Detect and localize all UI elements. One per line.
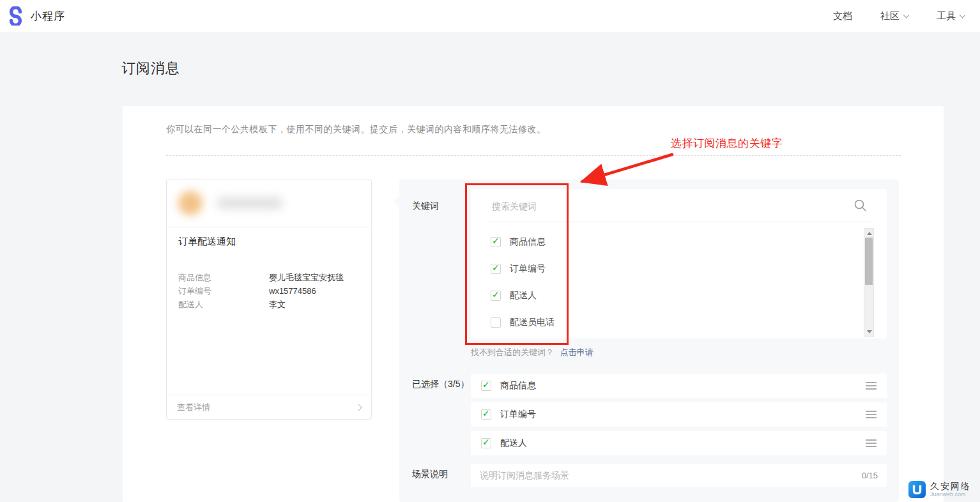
scroll-up-icon[interactable] [867, 232, 872, 235]
scene-input-box: 0/15 [471, 464, 887, 487]
keyword-option-label: 配送人 [510, 290, 537, 301]
checkbox[interactable] [491, 264, 501, 274]
keyword-option[interactable]: 配送员电话 [471, 309, 854, 336]
checkbox[interactable] [491, 291, 501, 301]
keyword-option[interactable]: 配送人 [471, 282, 854, 309]
nav-tools-label: 工具 [937, 10, 956, 22]
watermark-name: 久安网络 [930, 481, 971, 491]
keyword-option[interactable]: 商品信息 [471, 229, 854, 255]
dashed-divider [166, 155, 901, 156]
template-field-row: 订单编号 wx15774586 [178, 284, 362, 298]
scene-section-label: 场景说明 [412, 469, 448, 480]
field-value: wx15774586 [269, 284, 316, 298]
keyword-search-row [471, 189, 887, 222]
checkbox[interactable] [481, 381, 491, 391]
field-label: 订单编号 [178, 284, 269, 298]
blurred-avatar [178, 191, 203, 215]
keyword-section-label: 关键词 [412, 201, 439, 212]
panel-arrow-tail [394, 196, 399, 208]
template-title: 订单配送通知 [178, 236, 236, 248]
site-watermark: 久安网络 Juanweb.com [908, 481, 971, 498]
nav-item-community[interactable]: 社区 [880, 10, 908, 22]
template-card-header [167, 179, 371, 227]
checkbox[interactable] [491, 317, 501, 328]
template-preview-card: 订单配送通知 商品信息 婴儿毛毯宝宝安抚毯 订单编号 wx15774586 配送… [166, 179, 372, 420]
template-field-row: 配送人 李文 [178, 298, 362, 311]
keyword-option-label: 订单编号 [510, 263, 546, 275]
search-icon[interactable] [854, 199, 867, 212]
vertical-scrollbar[interactable] [864, 228, 874, 337]
search-underline [487, 222, 874, 222]
drag-handle-icon[interactable] [866, 414, 877, 415]
keyword-help-line: 找不到合适的关键词？ 点击申请 [471, 347, 593, 358]
scene-description-input[interactable] [480, 470, 862, 480]
watermark-text: 久安网络 Juanweb.com [930, 481, 971, 498]
view-detail-label: 查看详情 [177, 402, 210, 413]
keyword-option-label: 商品信息 [510, 236, 546, 248]
logo[interactable]: 小程序 [6, 6, 65, 26]
template-field-row: 商品信息 婴儿毛毯宝宝安抚毯 [178, 271, 362, 284]
main-panel: 你可以在同一个公共模板下，使用不同的关键词。提交后，关键词的内容和顺序将无法修改… [123, 106, 944, 502]
checkbox[interactable] [481, 438, 491, 448]
chevron-down-icon [903, 11, 910, 18]
watermark-logo-icon [908, 481, 926, 498]
field-label: 商品信息 [178, 271, 269, 284]
watermark-domain: Juanweb.com [930, 491, 971, 498]
keyword-option-list: 商品信息 订单编号 配送人 配送员电话 [471, 229, 854, 336]
page-title: 订阅消息 [121, 59, 180, 78]
mini-program-logo-icon [6, 6, 26, 26]
header-nav: 文档 社区 工具 [833, 0, 965, 32]
selected-keyword-label: 商品信息 [500, 380, 536, 392]
view-detail-button[interactable]: 查看详情 [167, 395, 371, 419]
field-label: 配送人 [178, 298, 269, 311]
keyword-config-panel: 关键词 商品信息 订单 [399, 179, 899, 502]
selected-keyword-row[interactable]: 商品信息 [471, 374, 887, 398]
help-text: 找不到合适的关键词？ [471, 347, 554, 357]
keyword-option[interactable]: 订单编号 [471, 255, 854, 282]
selected-keyword-row[interactable]: 订单编号 [471, 402, 887, 427]
selected-keyword-row[interactable]: 配送人 [471, 431, 887, 455]
selected-section-label: 已选择（3/5） [412, 379, 469, 390]
scrollbar-thumb[interactable] [865, 238, 873, 285]
nav-docs-label: 文档 [833, 10, 852, 22]
template-fields: 商品信息 婴儿毛毯宝宝安抚毯 订单编号 wx15774586 配送人 李文 [178, 271, 362, 311]
nav-community-label: 社区 [880, 10, 900, 22]
top-header: 小程序 文档 社区 工具 [0, 0, 980, 32]
keyword-search-input[interactable] [492, 198, 837, 215]
drag-handle-icon[interactable] [866, 443, 877, 444]
keyword-picker-box: 商品信息 订单编号 配送人 配送员电话 [471, 189, 887, 338]
selected-keyword-label: 配送人 [500, 437, 527, 449]
field-value: 李文 [269, 298, 286, 311]
checkbox[interactable] [481, 409, 491, 420]
field-value: 婴儿毛毯宝宝安抚毯 [269, 271, 344, 284]
intro-text: 你可以在同一个公共模板下，使用不同的关键词。提交后，关键词的内容和顺序将无法修改… [166, 124, 546, 135]
annotation-text: 选择订阅消息的关键字 [671, 136, 783, 151]
blurred-account-name [217, 197, 283, 209]
keyword-option-label: 配送员电话 [510, 317, 555, 328]
selected-keyword-label: 订单编号 [500, 409, 536, 420]
checkbox[interactable] [491, 237, 501, 247]
chevron-down-icon [960, 11, 966, 18]
app-root: 小程序 文档 社区 工具 订阅消息 你可以在同一个公共模板下，使用不同的关键词。… [0, 0, 980, 502]
nav-item-tools[interactable]: 工具 [937, 10, 965, 22]
nav-item-docs[interactable]: 文档 [833, 10, 852, 22]
scroll-down-icon[interactable] [867, 330, 872, 333]
chevron-right-icon [355, 404, 362, 411]
char-counter: 0/15 [862, 471, 878, 480]
logo-label: 小程序 [31, 9, 65, 24]
drag-handle-icon[interactable] [866, 385, 877, 386]
apply-keyword-link[interactable]: 点击申请 [560, 347, 593, 357]
